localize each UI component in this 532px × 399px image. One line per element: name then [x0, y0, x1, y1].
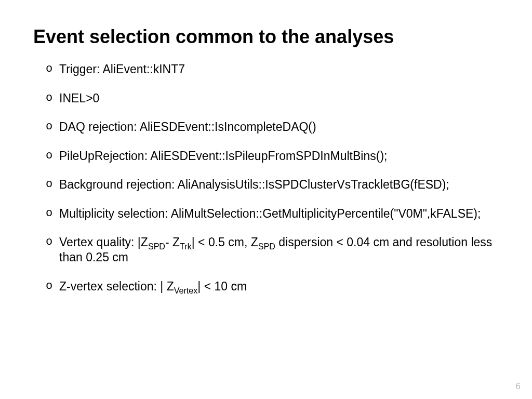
list-item-text: Multiplicity selection: AliMultSelection…	[59, 207, 481, 220]
list-item: INEL>0	[46, 91, 499, 106]
page-number: 6	[516, 381, 521, 392]
bullet-list: Trigger: AliEvent::kINT7 INEL>0 DAQ reje…	[33, 62, 499, 294]
list-item: Z-vertex selection: | ZVertex| < 10 cm	[46, 279, 499, 294]
list-item: DAQ rejection: AliESDEvent::IsIncomplete…	[46, 119, 499, 135]
list-item-text: INEL>0	[59, 91, 99, 105]
list-item-text: DAQ rejection: AliESDEvent::IsIncomplete…	[59, 120, 316, 134]
list-item: Trigger: AliEvent::kINT7	[46, 62, 499, 77]
list-item: PileUpRejection: AliESDEvent::IsPileupFr…	[46, 149, 499, 164]
slide: Event selection common to the analyses T…	[0, 0, 532, 399]
slide-title: Event selection common to the analyses	[33, 26, 499, 47]
list-item-text: Vertex quality: |ZSPD- ZTrk| < 0.5 cm, Z…	[59, 235, 492, 264]
list-item-text: Background rejection: AliAnalysisUtils::…	[59, 178, 449, 191]
list-item-text: Trigger: AliEvent::kINT7	[59, 62, 185, 76]
list-item-text: PileUpRejection: AliESDEvent::IsPileupFr…	[59, 149, 387, 163]
list-item: Multiplicity selection: AliMultSelection…	[46, 206, 499, 221]
list-item: Vertex quality: |ZSPD- ZTrk| < 0.5 cm, Z…	[46, 235, 499, 265]
list-item-text: Z-vertex selection: | ZVertex| < 10 cm	[59, 280, 247, 293]
list-item: Background rejection: AliAnalysisUtils::…	[46, 177, 499, 192]
